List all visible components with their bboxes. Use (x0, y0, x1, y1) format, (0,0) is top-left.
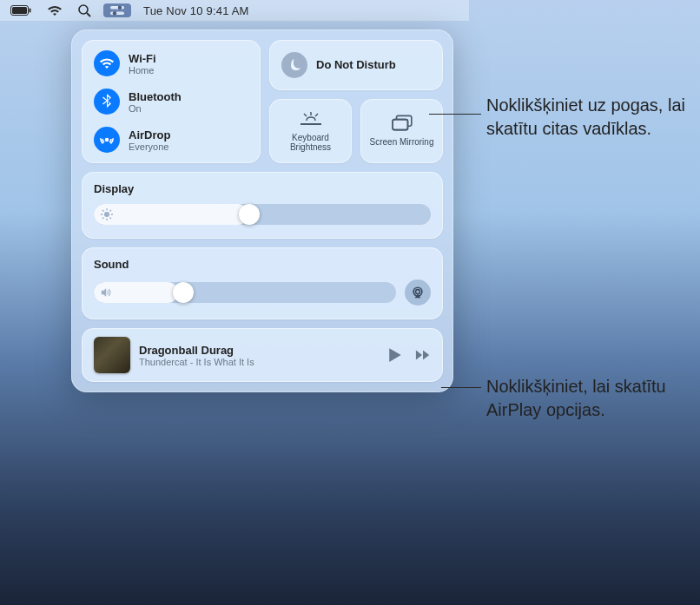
svg-point-8 (113, 11, 116, 15)
annotation-airplay: Noklikšķiniet, lai skatītu AirPlay opcij… (486, 375, 700, 422)
display-tile: Display (82, 172, 443, 239)
bluetooth-icon (94, 89, 120, 115)
wifi-status: Home (129, 65, 156, 76)
airplay-audio-button[interactable] (405, 279, 431, 306)
svg-rect-5 (110, 6, 124, 10)
screen-mirroring-button[interactable]: Screen Mirroring (360, 99, 443, 163)
wifi-label: Wi-Fi (129, 52, 156, 65)
album-art (94, 337, 130, 373)
keyboard-brightness-button[interactable]: Keyboard Brightness (269, 99, 352, 163)
svg-point-9 (105, 138, 109, 142)
control-center-panel: Wi-Fi Home Bluetooth On AirDrop (71, 30, 453, 392)
track-subtitle: Thundercat - It Is What It Is (139, 357, 379, 367)
airplay-icon (411, 286, 425, 299)
fast-forward-button[interactable] (415, 347, 431, 363)
control-center-icon[interactable] (103, 3, 131, 17)
menubar: Tue Nov 10 9:41 AM (0, 0, 469, 21)
bluetooth-label: Bluetooth (129, 90, 182, 103)
airdrop-label: AirDrop (129, 128, 170, 141)
display-label: Display (94, 182, 431, 195)
dnd-label: Do Not Disturb (316, 59, 396, 72)
screen-mirroring-label: Screen Mirroring (370, 137, 434, 148)
battery-icon[interactable] (10, 5, 31, 16)
brightness-icon (101, 208, 113, 220)
svg-rect-7 (110, 12, 124, 16)
bluetooth-status: On (129, 103, 182, 114)
track-title: Dragonball Durag (139, 344, 379, 357)
keyboard-brightness-label: Keyboard Brightness (274, 133, 347, 153)
wifi-icon (94, 50, 120, 76)
wifi-toggle[interactable]: Wi-Fi Home (94, 50, 248, 76)
airdrop-status: Everyone (129, 141, 170, 152)
bluetooth-toggle[interactable]: Bluetooth On (94, 89, 248, 115)
svg-rect-1 (12, 7, 27, 14)
svg-line-4 (87, 13, 90, 16)
sound-slider[interactable] (94, 282, 396, 303)
callout-line (441, 387, 481, 388)
connectivity-tile: Wi-Fi Home Bluetooth On AirDrop (82, 40, 261, 163)
moon-icon (281, 52, 307, 78)
annotation-dnd: Noklikšķiniet uz pogas, lai skatītu cita… (486, 94, 700, 141)
menubar-datetime[interactable]: Tue Nov 10 9:41 AM (143, 4, 249, 17)
now-playing-tile[interactable]: Dragonball Durag Thundercat - It Is What… (82, 328, 443, 382)
svg-line-23 (110, 218, 111, 219)
airdrop-toggle[interactable]: AirDrop Everyone (94, 127, 248, 153)
svg-point-6 (118, 6, 122, 10)
do-not-disturb-toggle[interactable]: Do Not Disturb (269, 40, 443, 90)
screen-mirroring-icon (391, 115, 413, 132)
svg-point-17 (104, 212, 109, 217)
svg-point-3 (79, 5, 88, 14)
svg-rect-15 (393, 120, 407, 130)
svg-line-22 (102, 210, 103, 211)
svg-line-25 (110, 210, 111, 211)
display-slider[interactable] (94, 204, 431, 225)
svg-point-27 (416, 290, 420, 294)
wifi-icon[interactable] (47, 5, 63, 16)
sound-label: Sound (94, 258, 431, 271)
sound-tile: Sound (82, 247, 443, 319)
callout-line (429, 114, 481, 115)
svg-rect-2 (30, 9, 31, 13)
svg-line-12 (315, 114, 318, 116)
keyboard-brightness-icon (300, 110, 322, 128)
airdrop-icon (94, 127, 120, 153)
spotlight-icon[interactable] (78, 4, 91, 17)
volume-icon (101, 286, 113, 299)
svg-line-24 (102, 218, 103, 219)
svg-line-11 (304, 114, 307, 116)
play-button[interactable] (387, 347, 403, 363)
